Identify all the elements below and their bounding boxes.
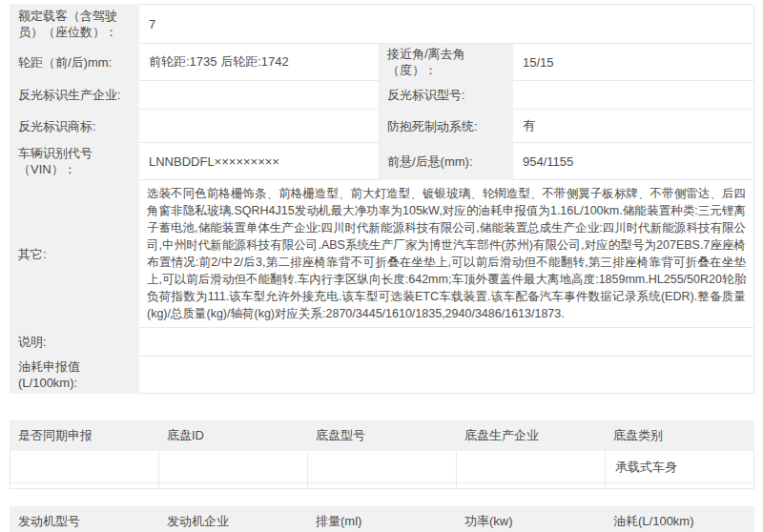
row-track-width: 轮距（前/后)mm: 前轮距:1735 后轮距:1742 接近角/离去角（度）：…: [10, 44, 754, 81]
value-overhang: 954/1155: [513, 143, 754, 180]
value-abs-system: 有: [513, 110, 754, 143]
value-reflective-marking-brand: [139, 110, 380, 143]
value-track-width: 前轮距:1735 后轮距:1742: [139, 44, 380, 81]
row-other: 其它: 选装不同色前格栅饰条、前格栅造型、前大灯造型、镀银玻璃、轮辋造型、不带侧…: [10, 180, 754, 328]
chassis-header-row: 是否同期申报 底盘ID 底盘型号 底盘生产企业 底盘类别: [10, 421, 754, 451]
value-vin: LNNBDDFL×××××××××: [139, 143, 380, 180]
value-declared-fuel-consumption: [139, 357, 754, 394]
cell-chassis-type: 承载式车身: [606, 451, 754, 483]
label-overhang: 前悬/后悬(mm):: [380, 143, 513, 180]
value-rated-passengers: 7: [139, 5, 754, 44]
label-other: 其它:: [10, 180, 139, 328]
value-other: 选装不同色前格栅饰条、前格栅造型、前大灯造型、镀银玻璃、轮辋造型、不带侧翼子板标…: [139, 180, 754, 328]
header-engine-model: 发动机型号: [10, 507, 159, 532]
header-chassis-model: 底盘型号: [308, 421, 457, 451]
vehicle-spec-table: 额定载客（含驾驶员）（座位数）： 7 轮距（前/后)mm: 前轮距:1735 后…: [10, 4, 754, 394]
row-reflective-marking-brand: 反光标识商标: 防抱死制动系统: 有: [10, 110, 754, 143]
label-reflective-marking-model: 反光标识型号:: [380, 81, 513, 110]
label-reflective-marking-manufacturer: 反光标识生产企业:: [10, 81, 139, 110]
chassis-table: 是否同期申报 底盘ID 底盘型号 底盘生产企业 底盘类别 承载式车身: [10, 420, 754, 489]
row-vin: 车辆识别代号（VIN）： LNNBDDFL××××××××× 前悬/后悬(mm)…: [10, 143, 754, 180]
header-displacement: 排量(ml): [308, 507, 457, 532]
header-chassis-manufacturer: 底盘生产企业: [457, 421, 606, 451]
label-reflective-marking-brand: 反光标识商标:: [10, 110, 139, 143]
value-reflective-marking-manufacturer: [139, 81, 380, 110]
row-declared-fuel-consumption: 油耗申报值(L/100km):: [10, 357, 754, 394]
label-approach-departure-angle: 接近角/离去角（度）：: [380, 44, 513, 81]
value-reflective-marking-model: [513, 81, 754, 110]
header-power: 功率(kw): [457, 507, 606, 532]
value-remarks: [139, 328, 754, 357]
cell-chassis-model: [308, 451, 457, 483]
header-fuel-consumption: 油耗(L/100km): [606, 507, 754, 532]
header-chassis-type: 底盘类别: [606, 421, 754, 451]
header-chassis-id: 底盘ID: [159, 421, 308, 451]
engine-table: 发动机型号 发动机企业 排量(ml) 功率(kw) 油耗(L/100km) SQ…: [10, 506, 754, 532]
engine-header-row: 发动机型号 发动机企业 排量(ml) 功率(kw) 油耗(L/100km): [10, 507, 754, 532]
label-abs-system: 防抱死制动系统:: [380, 110, 513, 143]
chassis-data-row: 承载式车身: [10, 451, 754, 483]
header-engine-manufacturer: 发动机企业: [159, 507, 308, 532]
row-reflective-marking-manufacturer: 反光标识生产企业: 反光标识型号:: [10, 81, 754, 110]
header-concurrent-declaration: 是否同期申报: [10, 421, 159, 451]
cell-chassis-id: [159, 451, 308, 483]
chassis-empty-row: [10, 483, 754, 489]
cell-concurrent-declaration: [10, 451, 159, 483]
label-rated-passengers: 额定载客（含驾驶员）（座位数）：: [10, 5, 139, 44]
cell-chassis-manufacturer: [457, 451, 606, 483]
label-track-width: 轮距（前/后)mm:: [10, 44, 139, 81]
row-rated-passengers: 额定载客（含驾驶员）（座位数）： 7: [10, 5, 754, 44]
vehicle-spec-page: 额定载客（含驾驶员）（座位数）： 7 轮距（前/后)mm: 前轮距:1735 后…: [0, 0, 763, 532]
row-remarks: 说明:: [10, 328, 754, 357]
value-approach-departure-angle: 15/15: [513, 44, 754, 81]
label-declared-fuel-consumption: 油耗申报值(L/100km):: [10, 357, 139, 394]
label-remarks: 说明:: [10, 328, 139, 357]
label-vin: 车辆识别代号（VIN）：: [10, 143, 139, 180]
